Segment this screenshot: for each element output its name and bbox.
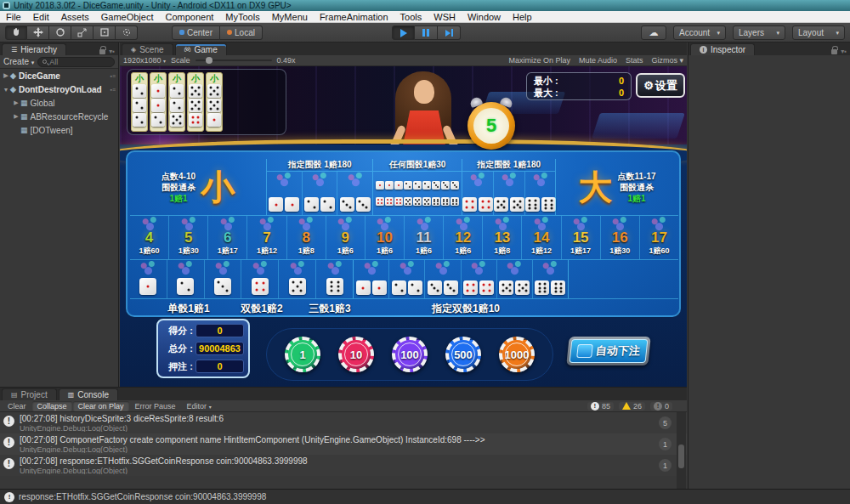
chip-500[interactable]: 500 [445, 337, 481, 372]
title-bar[interactable]: Unity 2018.3.0f2 - DiceGame.unity - Unit… [0, 0, 850, 11]
pause-button[interactable] [415, 25, 438, 40]
hierarchy-search-input[interactable]: All [37, 57, 115, 67]
bet-single-2[interactable] [167, 260, 204, 298]
hierarchy-item-ABResourceRecycle[interactable]: ▶▦ABResourceRecycle [0, 110, 118, 123]
toggle-gizmos[interactable]: Gizmos ▾ [651, 56, 683, 65]
bet-pair-3[interactable] [424, 260, 460, 298]
bet-big-zone[interactable]: 大 点数11-17 围骰通杀 1赔1 [555, 159, 678, 215]
panel-menu-icon[interactable]: ▾▪ [109, 48, 115, 55]
scale-slider[interactable] [196, 59, 272, 61]
menu-assets[interactable]: Assets [55, 12, 95, 22]
any-triple-group[interactable] [432, 197, 459, 206]
tab-game[interactable]: 🎮︎Game [175, 43, 227, 55]
auto-bet-button[interactable]: 自动下注 [566, 337, 651, 365]
bet-total-15[interactable]: 151赔17 [561, 216, 600, 259]
pivot-center-button[interactable]: Center [172, 25, 220, 40]
collapse-button[interactable]: Collapse [32, 401, 72, 411]
bet-total-6[interactable]: 61赔17 [207, 216, 246, 259]
hierarchy-item-DiceGame[interactable]: ▶◈DiceGame▪≡ [0, 69, 118, 82]
aspect-dropdown[interactable]: 1920x1080 ▾ [123, 56, 166, 65]
bet-total-13[interactable]: 131赔8 [482, 216, 521, 259]
bet-single-6[interactable] [315, 260, 353, 298]
tab-scene[interactable]: ◈Scene [122, 43, 173, 55]
item-menu-icon[interactable]: ▪≡ [110, 87, 116, 93]
move-tool-icon[interactable] [27, 25, 49, 40]
bet-single-1[interactable] [130, 260, 167, 298]
hand-tool-icon[interactable] [5, 25, 27, 40]
bet-total-4[interactable]: 41赔60 [130, 216, 168, 259]
menu-tools[interactable]: Tools [394, 12, 428, 22]
rect-tool-icon[interactable] [94, 25, 116, 40]
chip-100[interactable]: 100 [392, 337, 428, 372]
bet-triple-L-3[interactable] [337, 172, 372, 215]
any-triple-group[interactable] [376, 181, 403, 190]
bet-small-zone[interactable]: 点数4-10 围骰通杀 1赔1 小 [130, 159, 266, 215]
error-count-badge[interactable]: !0 [650, 402, 672, 411]
create-button[interactable]: Create ▾ [3, 57, 34, 66]
bet-total-16[interactable]: 161赔30 [600, 216, 639, 259]
chip-10[interactable]: 10 [338, 337, 374, 372]
chip-1[interactable]: 1 [285, 337, 320, 372]
lock-icon[interactable] [831, 49, 837, 54]
error-pause-button[interactable]: Error Pause [130, 401, 181, 411]
account-dropdown[interactable]: Account▾ [673, 25, 726, 40]
bet-total-5[interactable]: 51赔30 [168, 216, 207, 259]
any-triple-group[interactable] [404, 181, 431, 190]
item-menu-icon[interactable]: ▪≡ [110, 73, 116, 79]
scale-tool-icon[interactable] [71, 25, 94, 40]
bet-single-5[interactable] [278, 260, 315, 298]
tab-hierarchy[interactable]: ☰Hierarchy [2, 43, 66, 55]
bet-total-11[interactable]: 111赔6 [404, 216, 443, 259]
menu-wsh[interactable]: WSH [428, 12, 462, 22]
foldout-icon[interactable]: ▶ [12, 99, 20, 106]
menu-edit[interactable]: Edit [27, 12, 55, 22]
tab-inspector[interactable]: i Inspector [690, 43, 755, 55]
status-bar[interactable]: ! response:ETHotfix.SGGetCoinResponse co… [0, 489, 850, 504]
bet-total-10[interactable]: 101赔6 [365, 216, 404, 259]
bet-total-8[interactable]: 81赔8 [286, 216, 326, 259]
bet-total-14[interactable]: 141赔12 [521, 216, 560, 259]
toggle-stats[interactable]: Stats [626, 56, 643, 65]
play-button[interactable] [392, 25, 415, 40]
chip-1000[interactable]: 1000 [499, 337, 535, 372]
any-triple-group[interactable] [432, 181, 459, 190]
step-button[interactable] [438, 25, 461, 40]
bet-total-12[interactable]: 121赔6 [443, 216, 482, 259]
warning-count-badge[interactable]: 26 [619, 402, 645, 411]
panel-menu-icon[interactable]: ▾▪ [841, 48, 847, 55]
lock-icon[interactable] [99, 49, 105, 54]
bet-any-triple[interactable]: 任何围骰1赔30 [372, 159, 462, 215]
info-count-badge[interactable]: !85 [587, 402, 614, 411]
bet-single-4[interactable] [241, 260, 278, 298]
tab-console[interactable]: ▥Console [59, 388, 118, 400]
bet-pair-1[interactable] [354, 260, 388, 298]
cloud-button[interactable]: ☁ [641, 25, 666, 40]
clear-button[interactable]: Clear [3, 401, 31, 411]
any-triple-group[interactable] [376, 197, 403, 206]
hierarchy-item-DOTween[interactable]: ▦[DOTween] [0, 123, 118, 137]
bet-triple-L-1[interactable] [267, 172, 302, 215]
menu-mytools[interactable]: MyTools [219, 12, 265, 22]
log-entry-3[interactable]: ![00:27:08] response:ETHotfix.SGGetCoinR… [0, 455, 687, 476]
any-triple-group[interactable] [404, 197, 431, 206]
foldout-icon[interactable]: ▼ [2, 87, 10, 93]
bet-pair-6[interactable] [532, 260, 568, 298]
toggle-maximize-on-play[interactable]: Maximize On Play [508, 56, 570, 65]
menu-help[interactable]: Help [507, 12, 538, 22]
foldout-icon[interactable]: ▶ [12, 113, 20, 120]
transform-gizmo-tool-icon[interactable] [116, 25, 138, 40]
settings-button[interactable]: ⚙ 设置 [636, 73, 685, 98]
bet-triple-R-2[interactable] [493, 172, 524, 215]
bet-triple-L-2[interactable] [302, 172, 337, 215]
console-scrollbar[interactable] [677, 412, 686, 489]
log-entry-1[interactable]: ![00:27:08] historyDiceSprite:3 diceResS… [0, 412, 687, 433]
menu-gameobject[interactable]: GameObject [95, 12, 160, 22]
clear-on-play-button[interactable]: Clear on Play [73, 401, 129, 411]
bet-total-9[interactable]: 91赔6 [326, 216, 365, 259]
toggle-mute-audio[interactable]: Mute Audio [579, 56, 617, 65]
rotate-tool-icon[interactable] [49, 25, 71, 40]
editor-dropdown[interactable]: Editor ▾ [182, 401, 217, 411]
menu-mymenu[interactable]: MyMenu [266, 12, 314, 22]
tab-project[interactable]: ▤Project [2, 388, 57, 400]
menu-frameanimation[interactable]: FrameAnimation [314, 12, 394, 22]
